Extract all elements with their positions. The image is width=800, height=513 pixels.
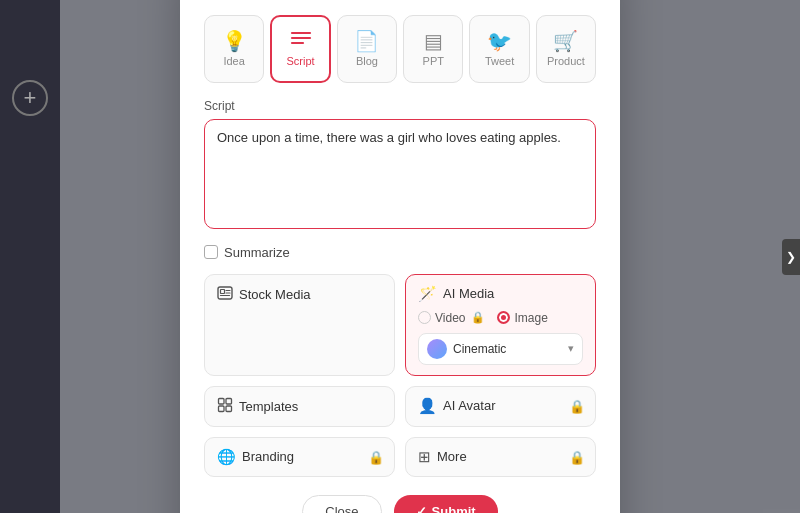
branding-label: Branding <box>242 449 294 464</box>
product-icon: 🛒 <box>553 31 578 51</box>
modal-footer: Close Submit <box>204 495 596 514</box>
svg-rect-9 <box>226 398 232 404</box>
svg-rect-4 <box>221 289 225 293</box>
plus-icon: + <box>24 85 37 111</box>
magic-create-modal: Magic Create 💡 Idea Script 📄 Blog <box>180 0 620 513</box>
video-radio[interactable]: Video 🔒 <box>418 311 485 325</box>
close-button[interactable]: Close <box>302 495 381 514</box>
left-sidebar: + <box>0 0 60 513</box>
right-arrow-icon: ❯ <box>786 250 796 264</box>
image-label: Image <box>514 311 547 325</box>
summarize-checkbox[interactable] <box>204 245 218 259</box>
tab-script-label: Script <box>287 55 315 67</box>
tab-ppt-label: PPT <box>423 55 444 67</box>
cinematic-dropdown[interactable]: Cinematic ▾ <box>418 333 583 365</box>
ai-avatar-icon: 👤 <box>418 397 437 415</box>
more-lock-icon: 🔒 <box>569 449 585 464</box>
more-card[interactable]: ⊞ More 🔒 <box>405 437 596 477</box>
options-grid: Stock Media 🪄 AI Media Video 🔒 <box>204 274 596 477</box>
submit-label: Submit <box>432 504 476 514</box>
tab-blog[interactable]: 📄 Blog <box>337 15 397 83</box>
summarize-row: Summarize <box>204 245 596 260</box>
stock-media-icon <box>217 285 233 304</box>
stock-media-card[interactable]: Stock Media <box>204 274 395 376</box>
media-type-radio-row: Video 🔒 Image <box>418 311 583 325</box>
tab-blog-label: Blog <box>356 55 378 67</box>
templates-card[interactable]: Templates <box>204 386 395 427</box>
svg-rect-11 <box>226 406 232 412</box>
video-lock-icon: 🔒 <box>471 311 485 324</box>
ai-avatar-label: AI Avatar <box>443 398 496 413</box>
summarize-label: Summarize <box>224 245 290 260</box>
tab-tweet-label: Tweet <box>485 55 514 67</box>
branding-card[interactable]: 🌐 Branding 🔒 <box>204 437 395 477</box>
more-label: More <box>437 449 467 464</box>
right-panel-toggle[interactable]: ❯ <box>782 239 800 275</box>
image-radio[interactable]: Image <box>497 311 547 325</box>
more-icon: ⊞ <box>418 448 431 466</box>
ai-media-icon: 🪄 <box>418 285 437 303</box>
blog-icon: 📄 <box>354 31 379 51</box>
tab-tweet[interactable]: 🐦 Tweet <box>469 15 529 83</box>
chevron-down-icon: ▾ <box>568 342 574 355</box>
script-field-label: Script <box>204 99 596 113</box>
ai-avatar-card[interactable]: 👤 AI Avatar 🔒 <box>405 386 596 427</box>
script-icon <box>290 30 312 51</box>
video-radio-circle <box>418 311 431 324</box>
stock-media-label: Stock Media <box>239 287 311 302</box>
templates-label: Templates <box>239 399 298 414</box>
cinematic-avatar <box>427 339 447 359</box>
script-textarea[interactable]: Once upon a time, there was a girl who l… <box>204 119 596 229</box>
ai-media-label: AI Media <box>443 286 494 301</box>
tab-product-label: Product <box>547 55 585 67</box>
tab-idea-label: Idea <box>223 55 244 67</box>
tab-script[interactable]: Script <box>270 15 331 83</box>
svg-rect-10 <box>219 406 225 412</box>
tab-ppt[interactable]: ▤ PPT <box>403 15 463 83</box>
ai-media-card[interactable]: 🪄 AI Media Video 🔒 Image <box>405 274 596 376</box>
ai-avatar-lock-icon: 🔒 <box>569 399 585 414</box>
sidebar-add-button[interactable]: + <box>12 80 48 116</box>
svg-rect-8 <box>219 398 225 404</box>
ppt-icon: ▤ <box>424 31 443 51</box>
image-radio-circle <box>497 311 510 324</box>
branding-icon: 🌐 <box>217 448 236 466</box>
branding-lock-icon: 🔒 <box>368 449 384 464</box>
idea-icon: 💡 <box>222 31 247 51</box>
tab-bar: 💡 Idea Script 📄 Blog ▤ PPT <box>204 15 596 83</box>
cinematic-label: Cinematic <box>453 342 562 356</box>
video-label: Video <box>435 311 465 325</box>
tab-idea[interactable]: 💡 Idea <box>204 15 264 83</box>
submit-button[interactable]: Submit <box>394 495 498 514</box>
tab-product[interactable]: 🛒 Product <box>536 15 596 83</box>
tweet-icon: 🐦 <box>487 31 512 51</box>
templates-icon <box>217 397 233 416</box>
